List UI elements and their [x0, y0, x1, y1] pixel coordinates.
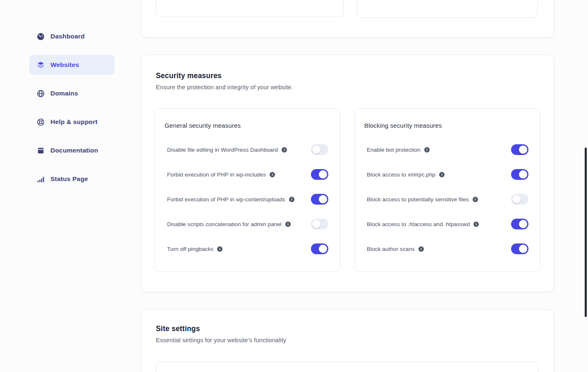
toggle-knob — [519, 245, 527, 253]
toggle-row: Disable file editing in WordPress Dashbo… — [155, 137, 340, 162]
dashboard-gauge-icon — [37, 33, 45, 41]
sidebar-item-domains[interactable]: Domains — [29, 83, 115, 103]
info-icon[interactable]: i — [282, 147, 287, 153]
toggle-row: Forbid execution of PHP in wp-content/up… — [155, 187, 340, 212]
globe-icon — [37, 90, 45, 98]
toggle-label: Block access to xmlrpc.php — [367, 172, 435, 178]
sidebar-item-status-page[interactable]: Status Page — [29, 169, 115, 189]
toggle-row: Enable bot protectioni — [355, 137, 540, 162]
toggle-switch[interactable] — [511, 144, 528, 155]
sidebar-item-label: Dashboard — [50, 33, 85, 40]
toggle-row: Forbid execution of PHP in wp-includesi — [155, 162, 340, 187]
sidebar-item-documentation[interactable]: Documentation — [29, 141, 115, 160]
toggle-label: Enable bot protection — [367, 147, 421, 153]
toggle-row: Block access to potentially sensitive fi… — [355, 187, 540, 212]
info-icon[interactable]: i — [285, 222, 291, 227]
toggle-label: Disable scripts concatenation for admin … — [167, 221, 282, 227]
blocking-security-panel: Blocking security measures Enable bot pr… — [355, 108, 540, 272]
certificate-details-panel: Certificate Authority i GTS CA 1P5 — [357, 0, 538, 18]
site-settings-subtitle: Essential settings for your website’s fu… — [156, 337, 539, 343]
toggle-knob — [519, 220, 527, 228]
sidebar-item-label: Help & support — [50, 118, 98, 126]
sidebar-item-label: Domains — [50, 90, 78, 97]
toggle-knob — [319, 195, 327, 203]
toggle-row: Turn off pingbacksi — [155, 236, 340, 261]
blocking-security-title: Blocking security measures — [355, 109, 540, 129]
info-icon[interactable]: i — [439, 172, 445, 177]
toggle-knob — [519, 145, 527, 154]
info-icon[interactable]: i — [424, 147, 430, 153]
security-measures-card: Security measures Ensure the protection … — [141, 55, 554, 292]
toggle-switch[interactable] — [311, 194, 328, 205]
toggle-switch[interactable] — [511, 219, 528, 229]
blocking-security-rows: Enable bot protectioniBlock access to xm… — [355, 137, 540, 261]
info-icon[interactable]: i — [418, 246, 424, 252]
toggle-switch[interactable] — [511, 169, 528, 180]
general-security-title: General security measures — [155, 109, 340, 129]
sidebar-item-help-support[interactable]: Help & support — [29, 112, 115, 132]
toggle-row: Block access to xmlrpc.phpi — [355, 162, 540, 187]
vertical-scrollbar-thumb[interactable] — [585, 148, 587, 317]
sidebar-item-label: Documentation — [50, 147, 98, 154]
lifebuoy-icon — [37, 118, 45, 126]
toggle-switch[interactable] — [511, 243, 528, 254]
ssl-actions-panel — [156, 0, 344, 17]
toggle-row: Disable scripts concatenation for admin … — [155, 212, 340, 236]
sidebar-item-dashboard[interactable]: Dashboard — [29, 26, 115, 46]
general-security-rows: Disable file editing in WordPress Dashbo… — [155, 137, 340, 261]
info-icon[interactable]: i — [473, 222, 479, 227]
info-icon[interactable]: i — [270, 172, 275, 177]
toggle-knob — [312, 220, 320, 228]
book-icon — [37, 147, 45, 155]
toggle-row: Block author scansi — [355, 236, 540, 261]
site-settings-panel — [156, 362, 538, 372]
toggle-row: Block access to .htaccess and .htpasswdi — [355, 212, 540, 236]
toggle-label: Turn off pingbacks — [167, 246, 213, 252]
toggle-knob — [519, 170, 527, 179]
toggle-label: Disable file editing in WordPress Dashbo… — [167, 147, 278, 153]
toggle-knob — [319, 170, 327, 179]
sidebar-item-label: Websites — [50, 61, 79, 69]
toggle-knob — [319, 245, 327, 253]
toggle-label: Forbid execution of PHP in wp-content/up… — [167, 196, 285, 203]
security-section-subtitle: Ensure the protection and integrity of y… — [156, 84, 539, 91]
sidebar-item-label: Status Page — [50, 175, 88, 183]
toggle-label: Block access to .htaccess and .htpasswd — [367, 221, 470, 227]
ssl-certificate-card: Certificate Authority i GTS CA 1P5 — [141, 0, 554, 38]
toggle-knob — [312, 145, 320, 154]
toggle-label: Block author scans — [367, 246, 415, 252]
toggle-switch[interactable] — [311, 144, 328, 155]
toggle-switch[interactable] — [311, 169, 328, 180]
bar-chart-icon — [37, 175, 45, 183]
info-icon[interactable]: i — [289, 197, 294, 202]
toggle-switch[interactable] — [311, 243, 328, 254]
site-settings-card: Site settings Essential settings for you… — [141, 309, 554, 372]
info-icon[interactable]: i — [217, 246, 222, 252]
toggle-label: Block access to potentially sensitive fi… — [367, 196, 469, 203]
sidebar-item-websites[interactable]: Websites — [29, 55, 115, 75]
general-security-panel: General security measures Disable file e… — [155, 108, 340, 272]
security-section-title: Security measures — [156, 72, 539, 80]
layers-icon — [37, 61, 45, 69]
sidebar-nav: DashboardWebsitesDomainsHelp & supportDo… — [29, 26, 115, 189]
toggle-switch[interactable] — [511, 194, 528, 205]
info-icon[interactable]: i — [473, 197, 478, 202]
toggle-switch[interactable] — [311, 219, 328, 229]
toggle-knob — [512, 195, 521, 203]
app-screen: DashboardWebsitesDomainsHelp & supportDo… — [0, 0, 588, 372]
site-settings-title: Site settings — [156, 324, 539, 333]
toggle-label: Forbid execution of PHP in wp-includes — [167, 172, 266, 178]
